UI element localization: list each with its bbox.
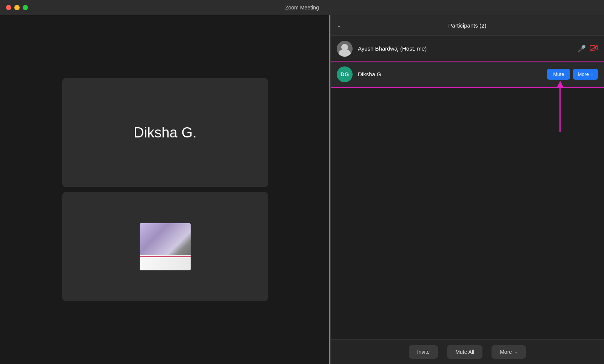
window-title: Zoom Meeting — [285, 5, 319, 11]
video-tile-self — [62, 192, 268, 301]
participant-actions-diksha: Mute More ⌄ — [547, 69, 598, 80]
avatar-initials-diksha: DG — [341, 71, 349, 77]
arrow-head — [557, 81, 563, 87]
window-controls — [6, 5, 28, 10]
panel-footer: Invite Mute All More ⌄ — [331, 339, 604, 364]
participants-panel: ⌄ Participants (2) Ayush Bhardwaj (Host,… — [330, 15, 604, 364]
mute-button[interactable]: Mute — [547, 69, 570, 80]
more-button-label: More — [578, 71, 589, 77]
maximize-button[interactable] — [23, 5, 28, 10]
microphone-icon: 🎤 — [578, 45, 586, 53]
panel-title: Participants (2) — [448, 22, 487, 29]
arrow-annotation — [559, 87, 561, 132]
arrow-line — [559, 87, 561, 132]
more-button[interactable]: More ⌄ — [573, 69, 598, 80]
participant-name-diksha: Diksha G. — [358, 71, 542, 77]
avatar-host — [337, 41, 353, 57]
video-tile-diksha: Diksha G. — [62, 78, 268, 187]
minimize-button[interactable] — [14, 5, 20, 10]
participant-item-host: Ayush Bhardwaj (Host, me) 🎤 — [331, 36, 604, 62]
self-video-preview — [140, 223, 191, 270]
video-off-icon — [590, 45, 598, 53]
panel-header: ⌄ Participants (2) — [331, 15, 604, 36]
participant-name-host: Ayush Bhardwaj (Host, me) — [358, 45, 572, 52]
svg-line-1 — [590, 45, 597, 51]
footer-more-label: More — [500, 349, 512, 355]
footer-more-chevron-icon: ⌄ — [514, 350, 518, 355]
footer-more-button[interactable]: More ⌄ — [492, 345, 526, 359]
invite-button[interactable]: Invite — [409, 345, 438, 359]
main-layout: Diksha G. ⌄ Participants (2) Ayush Bhard… — [0, 15, 604, 364]
video-area: Diksha G. — [0, 15, 330, 364]
title-bar: Zoom Meeting — [0, 0, 604, 15]
avatar-diksha: DG — [337, 66, 353, 82]
participant-icons-host: 🎤 — [578, 45, 598, 53]
mute-all-button[interactable]: Mute All — [447, 345, 482, 359]
video-tile-diksha-name: Diksha G. — [134, 125, 197, 141]
more-chevron-icon: ⌄ — [590, 72, 593, 76]
panel-collapse-chevron[interactable]: ⌄ — [337, 22, 341, 28]
close-button[interactable] — [6, 5, 11, 10]
